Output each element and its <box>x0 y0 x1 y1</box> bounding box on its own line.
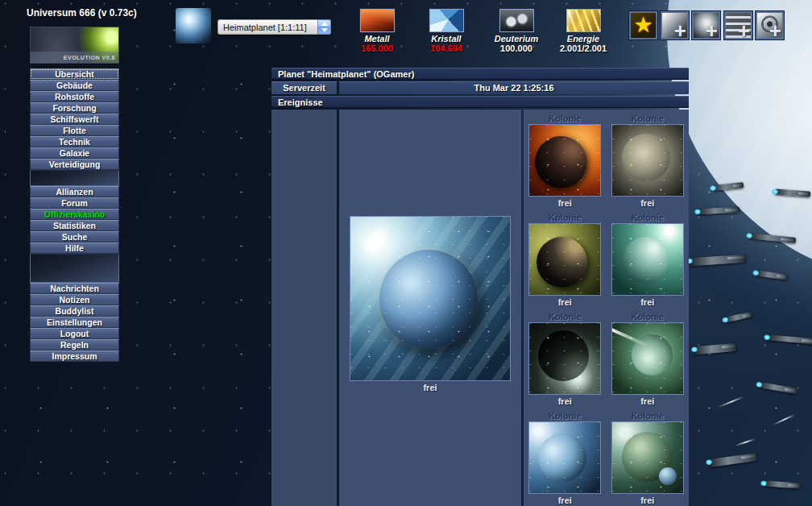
sidebar-item-hilfe[interactable]: Hilfe <box>30 243 119 254</box>
select-stepper-icon[interactable] <box>317 19 331 35</box>
sidebar-item-flotte[interactable]: Flotte <box>30 125 119 136</box>
planet-header-bar: Planet "Heimatplanet" (OGamer) <box>271 68 689 80</box>
energy-icon <box>566 9 601 32</box>
colony-slot: Kolonie frei <box>524 210 607 309</box>
deuterium-icon <box>499 9 534 32</box>
colony-slot: Kolonie frei <box>607 111 690 210</box>
home-planet-column: frei <box>339 110 521 506</box>
colony-planet-image[interactable] <box>528 322 601 395</box>
resource-value: 165.000 <box>341 44 413 53</box>
home-planet-status: frei <box>423 383 437 392</box>
resource-metall: Metall 165.000 <box>341 9 413 53</box>
colony-status: frei <box>558 198 572 208</box>
planet-sphere <box>536 237 587 288</box>
overview-grid: frei Kolonie frei Kolonie frei Kolonie f… <box>271 110 689 506</box>
sidebar-item-einstellungen[interactable]: Einstellungen <box>30 317 119 328</box>
colony-planet-image[interactable] <box>611 322 684 395</box>
officer-wing-icon[interactable]: + <box>661 11 689 39</box>
colony-link[interactable]: Kolonie <box>549 114 581 123</box>
officer-globe-icon[interactable]: + <box>692 11 720 39</box>
sidebar-item-logout[interactable]: Logout <box>30 328 119 339</box>
sidebar-item-nachrichten[interactable]: Nachrichten <box>30 283 119 294</box>
colony-grid: Kolonie frei Kolonie frei Kolonie frei K… <box>524 110 689 506</box>
planet-sphere <box>632 334 673 375</box>
game-logo: EVOLUTION V0.8 <box>30 27 119 64</box>
sidebar-item-notizen[interactable]: Notizen <box>30 294 119 305</box>
planet-sphere <box>622 237 669 284</box>
colony-planet-image[interactable] <box>528 421 601 494</box>
planet-sphere <box>535 136 587 189</box>
officer-atom-icon[interactable]: + <box>756 11 784 39</box>
planet-sphere <box>622 432 672 482</box>
plus-icon: + <box>769 20 781 41</box>
colony-planet-image[interactable] <box>611 421 684 494</box>
logo-caption: EVOLUTION V0.8 <box>31 52 118 63</box>
sidebar-item-buddylist[interactable]: Buddylist <box>30 305 119 317</box>
planet-sphere <box>538 330 589 381</box>
colony-planet-image[interactable] <box>611 223 684 296</box>
colony-link[interactable]: Kolonie <box>632 213 664 222</box>
colony-link[interactable]: Kolonie <box>632 114 664 123</box>
plus-icon: + <box>738 20 750 41</box>
resource-label: Energie <box>547 34 619 44</box>
sidebar-item-offizierskasino[interactable]: Offizierskasino <box>30 209 119 220</box>
sidebar-item-regeln[interactable]: Regeln <box>30 339 119 350</box>
resource-label: Deuterium <box>480 34 553 44</box>
colony-link[interactable]: Kolonie <box>632 411 664 421</box>
colony-slot: Kolonie frei <box>524 409 607 506</box>
officer-fleet-icon[interactable]: + <box>724 11 752 39</box>
colony-planet-image[interactable] <box>611 124 684 197</box>
colony-link[interactable]: Kolonie <box>549 411 581 421</box>
rank-star-icon[interactable]: ★ <box>629 11 657 39</box>
resource-label: Kristall <box>410 34 483 44</box>
colony-slot: Kolonie frei <box>524 309 607 409</box>
colony-status: frei <box>558 297 572 307</box>
sidebar-spacer <box>30 254 119 283</box>
crystal-icon <box>429 9 464 32</box>
colony-slot: Kolonie frei <box>524 111 607 210</box>
sidebar-item-gebaeude[interactable]: Gebäude <box>30 80 119 91</box>
planet-select-value: Heimatplanet [1:1:11] <box>218 23 317 32</box>
current-planet-thumbnail[interactable] <box>176 8 211 44</box>
home-planet-image[interactable] <box>350 216 511 381</box>
sidebar-spacer <box>30 170 119 186</box>
sidebar-item-suche[interactable]: Suche <box>30 231 119 243</box>
colony-status: frei <box>640 297 654 307</box>
sidebar-item-galaxie[interactable]: Galaxie <box>30 147 119 159</box>
metal-ore-icon <box>360 9 395 32</box>
sidebar-item-allianzen[interactable]: Allianzen <box>30 186 119 197</box>
resource-value: 100.000 <box>480 44 553 53</box>
colony-status: frei <box>558 496 572 505</box>
planet-sphere <box>538 433 586 482</box>
sidebar-item-technik[interactable]: Technik <box>30 136 119 147</box>
colony-slot: Kolonie frei <box>607 409 690 506</box>
universe-title: Universum 666 (v 0.73c) <box>27 7 137 19</box>
colony-status: frei <box>558 396 572 406</box>
sidebar-item-uebersicht[interactable]: Übersicht <box>30 68 119 80</box>
colony-link[interactable]: Kolonie <box>549 312 581 321</box>
colony-link[interactable]: Kolonie <box>632 312 664 321</box>
sidebar-item-statistiken[interactable]: Statistiken <box>30 220 119 231</box>
sidebar-item-verteidigung[interactable]: Verteidigung <box>30 159 119 170</box>
colony-status: frei <box>640 198 654 208</box>
plus-icon: + <box>674 20 686 41</box>
sidebar-menu: EVOLUTION V0.8 Übersicht Gebäude Rohstof… <box>30 27 119 362</box>
sidebar-item-rohstoffe[interactable]: Rohstoffe <box>30 91 119 102</box>
resource-label: Metall <box>341 34 413 44</box>
sidebar-item-schiffswerft[interactable]: Schiffswerft <box>30 114 119 125</box>
colony-slot: Kolonie frei <box>607 210 690 309</box>
server-time-value: Thu Mar 22 1:25:16 <box>339 81 689 94</box>
sidebar-item-impressum[interactable]: Impressum <box>30 350 119 362</box>
resource-value: 2.001/2.001 <box>547 44 619 53</box>
colony-link[interactable]: Kolonie <box>549 213 581 222</box>
sidebar-item-forschung[interactable]: Forschung <box>30 102 119 114</box>
colony-planet-image[interactable] <box>528 223 601 296</box>
planet-select[interactable]: Heimatplanet [1:1:11] <box>218 19 331 35</box>
planet-sphere <box>379 250 478 350</box>
left-spacer-column <box>271 110 337 506</box>
colony-planet-image[interactable] <box>528 124 601 197</box>
colony-status: frei <box>640 496 654 505</box>
events-header-bar: Ereignisse <box>271 96 689 108</box>
resource-deuterium: Deuterium 100.000 <box>480 9 553 53</box>
sidebar-item-forum[interactable]: Forum <box>30 197 119 209</box>
